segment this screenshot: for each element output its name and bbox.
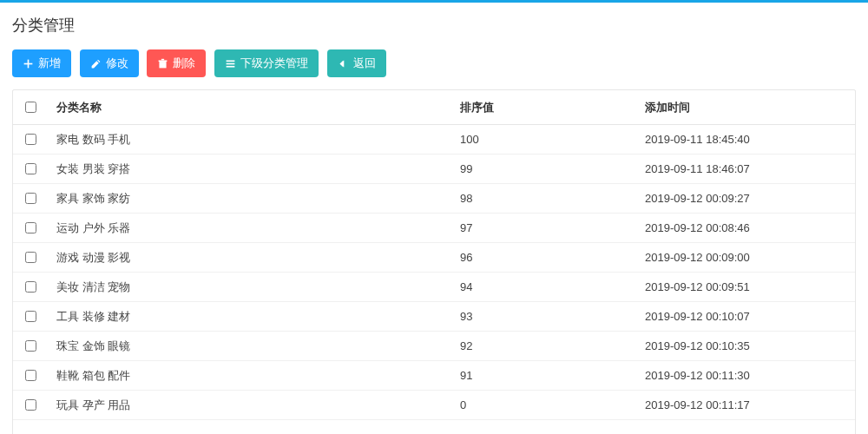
row-time: 2019-09-12 00:10:07 — [636, 302, 855, 332]
row-sort: 0 — [451, 391, 636, 420]
row-sort: 91 — [451, 361, 636, 391]
back-icon — [338, 58, 349, 69]
table-row: 美妆 清洁 宠物942019-09-12 00:09:51 — [13, 273, 855, 302]
svg-rect-5 — [227, 60, 235, 62]
sub-category-button[interactable]: 下级分类管理 — [214, 49, 319, 77]
table-row: 玩具 孕产 用品02019-09-12 00:11:17 — [13, 391, 855, 420]
row-checkbox[interactable] — [25, 370, 36, 381]
select-all-checkbox[interactable] — [25, 102, 36, 113]
row-sort: 100 — [451, 125, 636, 155]
trash-icon — [157, 58, 168, 69]
table-row: 鞋靴 箱包 配件912019-09-12 00:11:30 — [13, 361, 855, 391]
delete-button-label: 删除 — [173, 56, 195, 71]
pencil-icon — [90, 58, 102, 69]
row-name: 女装 男装 穿搭 — [48, 155, 451, 184]
row-name: 家具 家饰 家纺 — [48, 184, 451, 214]
row-sort: 94 — [451, 273, 636, 302]
row-time: 2019-09-12 00:09:00 — [636, 243, 855, 273]
row-checkbox[interactable] — [25, 311, 36, 322]
table-row: 珠宝 金饰 眼镜922019-09-12 00:10:35 — [13, 332, 855, 361]
row-name: 工具 装修 建材 — [48, 302, 451, 332]
table-row: 家电 数码 手机1002019-09-11 18:45:40 — [13, 125, 855, 155]
sub-category-button-label: 下级分类管理 — [240, 56, 308, 71]
back-button-label: 返回 — [353, 56, 376, 71]
row-checkbox-cell — [13, 214, 48, 243]
add-button-label: 新增 — [38, 56, 61, 71]
row-checkbox-cell — [13, 361, 48, 391]
row-name: 珠宝 金饰 眼镜 — [48, 332, 451, 361]
row-time: 2019-09-11 18:46:07 — [636, 155, 855, 184]
row-name: 运动 户外 乐器 — [48, 214, 451, 243]
row-checkbox-cell — [13, 243, 48, 273]
row-name: 鞋靴 箱包 配件 — [48, 361, 451, 391]
row-sort: 99 — [451, 155, 636, 184]
list-icon — [225, 58, 236, 69]
svg-rect-3 — [159, 60, 168, 62]
row-time: 2019-09-12 00:08:46 — [636, 214, 855, 243]
row-name: 美妆 清洁 宠物 — [48, 273, 451, 302]
svg-rect-2 — [160, 62, 167, 68]
category-table-wrap: 分类名称 排序值 添加时间 家电 数码 手机1002019-09-11 18:4… — [12, 89, 856, 434]
delete-button[interactable]: 删除 — [147, 49, 206, 77]
svg-rect-7 — [227, 65, 235, 67]
row-checkbox[interactable] — [25, 252, 36, 263]
page-title: 分类管理 — [12, 15, 856, 36]
row-sort: 93 — [451, 302, 636, 332]
row-checkbox-cell — [13, 302, 48, 332]
toolbar: 新增 修改 删除 下级分类管理 返回 — [12, 49, 856, 77]
row-checkbox[interactable] — [25, 340, 36, 352]
edit-button-label: 修改 — [106, 56, 128, 71]
row-time: 2019-09-11 18:45:40 — [636, 125, 855, 155]
table-row: 运动 户外 乐器972019-09-12 00:08:46 — [13, 214, 855, 243]
row-checkbox-cell — [13, 332, 48, 361]
row-time: 2019-09-12 00:10:35 — [636, 332, 855, 361]
row-time: 2019-09-12 00:09:27 — [636, 184, 855, 214]
header-checkbox-cell — [13, 90, 48, 125]
svg-rect-4 — [161, 58, 164, 60]
row-checkbox[interactable] — [25, 163, 36, 174]
svg-rect-6 — [227, 62, 235, 64]
row-checkbox-cell — [13, 155, 48, 184]
back-button[interactable]: 返回 — [327, 49, 386, 77]
row-time: 2019-09-12 00:11:17 — [636, 391, 855, 420]
category-table: 分类名称 排序值 添加时间 家电 数码 手机1002019-09-11 18:4… — [13, 90, 855, 420]
row-checkbox[interactable] — [25, 134, 36, 145]
row-checkbox-cell — [13, 125, 48, 155]
row-name: 玩具 孕产 用品 — [48, 391, 451, 420]
row-sort: 96 — [451, 243, 636, 273]
plus-icon — [23, 58, 34, 69]
row-checkbox-cell — [13, 184, 48, 214]
row-time: 2019-09-12 00:09:51 — [636, 273, 855, 302]
row-checkbox[interactable] — [25, 399, 36, 411]
row-sort: 92 — [451, 332, 636, 361]
header-sort: 排序值 — [451, 90, 636, 125]
row-name: 游戏 动漫 影视 — [48, 243, 451, 273]
row-checkbox-cell — [13, 273, 48, 302]
add-button[interactable]: 新增 — [12, 49, 71, 77]
header-time: 添加时间 — [636, 90, 855, 125]
svg-rect-1 — [24, 62, 33, 64]
table-row: 工具 装修 建材932019-09-12 00:10:07 — [13, 302, 855, 332]
row-checkbox-cell — [13, 391, 48, 420]
table-row: 游戏 动漫 影视962019-09-12 00:09:00 — [13, 243, 855, 273]
row-checkbox[interactable] — [25, 193, 36, 204]
row-checkbox[interactable] — [25, 281, 36, 293]
row-name: 家电 数码 手机 — [48, 125, 451, 155]
edit-button[interactable]: 修改 — [80, 49, 139, 77]
header-name: 分类名称 — [48, 90, 451, 125]
row-time: 2019-09-12 00:11:30 — [636, 361, 855, 391]
row-sort: 97 — [451, 214, 636, 243]
row-sort: 98 — [451, 184, 636, 214]
table-row: 女装 男装 穿搭992019-09-11 18:46:07 — [13, 155, 855, 184]
table-row: 家具 家饰 家纺982019-09-12 00:09:27 — [13, 184, 855, 214]
row-checkbox[interactable] — [25, 222, 36, 233]
